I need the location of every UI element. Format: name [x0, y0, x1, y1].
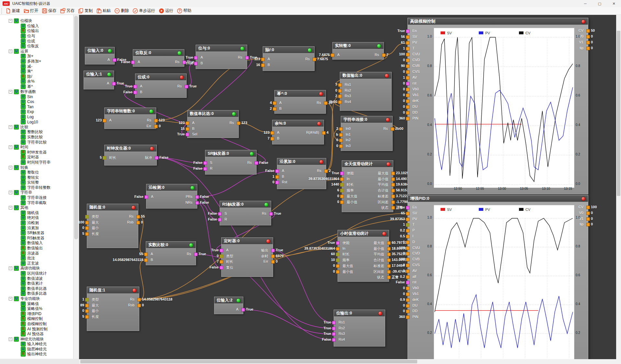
output-port-Rs[interactable]	[391, 127, 394, 131]
output-port-标准差[interactable]	[387, 264, 391, 268]
input-port-时长[interactable]	[336, 253, 339, 256]
input-port-Rs4[interactable]	[332, 338, 336, 342]
sidebar-item-字符串比较[interactable]: U字符串比较	[0, 140, 73, 145]
output-port-状态[interactable]	[391, 206, 395, 210]
output-port-最小值[interactable]	[387, 247, 391, 251]
sidebar-item-RS触发器[interactable]: URS触发器	[0, 236, 73, 241]
sidebar-item-加+[interactable]: U加+	[0, 54, 73, 59]
sidebar-item-Log10[interactable]: ULog10	[0, 119, 73, 125]
sidebar-item-除/[interactable]: R除/	[0, 74, 73, 79]
output-port-脉冲[interactable]	[155, 156, 158, 160]
input-port-AV[interactable]	[406, 76, 409, 80]
sidebar-item-示波器[interactable]: R示波器	[0, 251, 73, 256]
bit-wire[interactable]	[197, 171, 276, 197]
input-port-A[interactable]	[194, 56, 198, 60]
function-block-幂^:0[interactable]: 幂^:0A4B2Rs16	[274, 90, 326, 114]
toolbar-grip-handle[interactable]	[1, 8, 4, 14]
sidebar-item-数值累计[interactable]: U数值累计	[0, 281, 73, 286]
output-port-合计值[interactable]	[391, 189, 395, 192]
sidebar-item-Log[interactable]: ULog	[0, 114, 73, 119]
input-port-B[interactable]	[194, 62, 198, 65]
output-port-最大值[interactable]	[387, 241, 391, 245]
input-port-CVS[interactable]	[406, 70, 409, 74]
sidebar-item-转换[interactable]: −U转换	[0, 165, 73, 170]
output-port-合计值[interactable]	[387, 258, 391, 262]
input-port-Rs3[interactable]	[338, 95, 342, 98]
input-port-CVD[interactable]	[406, 59, 409, 62]
function-block-数值单比选:0[interactable]: 数值单比选:0A123B15SelTrueRs123	[187, 110, 239, 138]
sidebar-item-实转整[interactable]: U实转整	[0, 180, 73, 185]
input-port-B[interactable]	[144, 258, 148, 262]
input-port-Rs2[interactable]	[338, 89, 342, 93]
expand-collapse-icon[interactable]: −	[9, 145, 12, 149]
function-block-字符串转整数:0[interactable]: 字符串转整数:0A123Rs123Err0	[104, 108, 156, 129]
sidebar-item-正玄波[interactable]: U正玄波	[0, 261, 73, 266]
input-port-D[interactable]	[406, 241, 409, 244]
sidebar-item-时间[interactable]: −U时间	[0, 145, 73, 150]
input-port-T[interactable]	[406, 47, 409, 51]
input-port-A[interactable]	[270, 131, 274, 135]
output-port-V1[interactable]	[586, 217, 590, 221]
input-port-最小[interactable]	[85, 309, 89, 313]
output-port-Rsb[interactable]	[136, 221, 140, 224]
input-port-deK[interactable]	[406, 298, 409, 302]
function-block-SR触发器:0[interactable]: SR触发器:0SFalseRFalseRsFalse	[205, 150, 257, 175]
toolbar-delete-button[interactable]: 删除	[114, 8, 129, 14]
toolbar-save-button[interactable]: 保存	[42, 8, 56, 14]
input-port-Vb0[interactable]	[406, 88, 409, 91]
sidebar-item-专业功能块[interactable]: −U专业功能块	[0, 296, 73, 301]
input-port-PtN[interactable]	[406, 315, 409, 319]
input-port-rst[interactable]	[406, 281, 409, 284]
sidebar-item-沿检测[interactable]: U沿检测	[0, 221, 73, 226]
input-port-DD[interactable]	[406, 310, 409, 313]
sidebar-item-输入神经元[interactable]: U输入神经元	[0, 342, 73, 347]
toolbar-copy-button[interactable]: 复制	[78, 8, 93, 14]
sidebar-item-位模块[interactable]: −U位模块	[0, 18, 73, 24]
input-port-In[interactable]	[336, 247, 339, 251]
input-port-最小[interactable]	[85, 226, 89, 230]
input-port-A[interactable]	[103, 119, 106, 122]
input-port-时长[interactable]	[103, 156, 106, 160]
sidebar-item-多路加+[interactable]: U多路加+	[0, 59, 73, 64]
input-port-Rs2[interactable]	[332, 327, 336, 330]
output-port-Rs[interactable]	[245, 56, 249, 60]
sidebar-item-比较[interactable]: −U比较	[0, 124, 73, 130]
input-port-Sel[interactable]	[186, 133, 189, 136]
sidebar-scrollbar[interactable]	[74, 15, 79, 359]
output-port-Rs[interactable]	[136, 215, 140, 219]
sidebar-item-Exp[interactable]: UExp	[0, 109, 73, 115]
canvas-vertical-scrollbar-thumb[interactable]	[617, 31, 620, 196]
sidebar-item-AI 预测控制[interactable]: RAI 预测控制	[0, 326, 73, 332]
function-block-实数比较:0[interactable]: 实数比较:0A55B14.0582987643118RsTrue	[146, 241, 196, 265]
input-port-En[interactable]	[406, 206, 409, 210]
input-port-Rst[interactable]	[275, 181, 279, 184]
input-port-Rs3[interactable]	[332, 332, 336, 336]
output-port-V0[interactable]	[586, 211, 590, 215]
output-port-Rs[interactable]	[324, 101, 328, 105]
input-port-DU[interactable]	[406, 105, 409, 109]
input-port-In2[interactable]	[339, 139, 343, 142]
input-port-类型[interactable]	[85, 215, 89, 219]
function-block-位输出:0[interactable]: 位输出:0Rs1TrueRs2TrueRs3TrueRs4False	[334, 310, 385, 347]
panel-高级模糊控制[interactable]: 高级模糊控制EnTrueSV56PV61T1CVU100CVD0CVB90CVS…	[408, 18, 588, 194]
output-port-A[interactable]	[112, 82, 116, 85]
input-port-A[interactable]	[261, 58, 265, 61]
input-port-deK[interactable]	[406, 99, 409, 103]
function-block-实转整:0[interactable]: 实转整:0A7.6875Rs7	[332, 42, 384, 60]
input-port-P[interactable]	[406, 229, 409, 233]
output-port-tip[interactable]	[586, 47, 590, 50]
output-port-Rs[interactable]	[185, 85, 188, 88]
output-port-Rs[interactable]	[154, 119, 158, 122]
output-port-Err[interactable]	[154, 125, 158, 128]
function-block-全天值滑动统计[interactable]: 全天值滑动统计使能TrueIn39.8735304031864时长1440频率6…	[342, 160, 393, 212]
input-port-In3[interactable]	[339, 144, 343, 148]
function-block-小时值滑动统计[interactable]: 小时值滑动统计使能TrueIn39.8735304031864时长60频率10最…	[338, 230, 389, 282]
input-port-CVB[interactable]	[406, 64, 409, 68]
input-port-DU[interactable]	[406, 304, 409, 308]
sidebar-item-位或[interactable]: U位或	[0, 39, 73, 44]
sidebar-item-数学函数[interactable]: −U数学函数	[0, 89, 73, 94]
output-port-余时[interactable]	[271, 255, 275, 258]
output-port-区间差[interactable]	[391, 200, 395, 204]
input-port-频率[interactable]	[336, 258, 339, 262]
sidebar-item-数值输入[interactable]: U数值输入	[0, 241, 73, 246]
